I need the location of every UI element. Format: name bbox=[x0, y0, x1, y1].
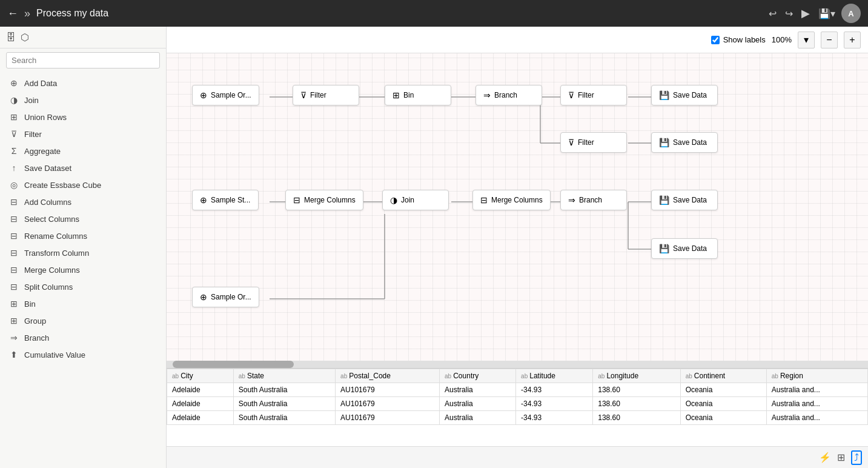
show-labels-checkbox[interactable] bbox=[711, 36, 720, 44]
table-cell: -34.93 bbox=[516, 383, 593, 397]
sidebar-item-filter[interactable]: ⊽Filter bbox=[0, 125, 166, 142]
table-grid-icon[interactable]: ⊞ bbox=[837, 452, 845, 463]
redo-button[interactable]: ↪ bbox=[785, 8, 793, 19]
node-icon-9: ⊟ bbox=[293, 195, 300, 205]
flow-node-13[interactable]: 💾Save Data bbox=[651, 190, 718, 210]
sidebar-item-merge-columns[interactable]: ⊟Merge Columns bbox=[0, 261, 166, 278]
sidebar-item-save-dataset[interactable]: ↑Save Dataset bbox=[0, 159, 166, 176]
flow-node-5[interactable]: 💾Save Data bbox=[651, 85, 718, 105]
sidebar-item-add-columns[interactable]: ⊟Add Columns bbox=[0, 193, 166, 210]
sidebar-icon-join: ◑ bbox=[8, 95, 19, 105]
flow-node-9[interactable]: ⊟Merge Columns bbox=[285, 190, 363, 210]
flow-node-12[interactable]: ⇒Branch bbox=[560, 190, 627, 210]
flow-node-15[interactable]: ⊕Sample Or... bbox=[192, 287, 259, 307]
table-cell: Australia bbox=[440, 411, 516, 425]
sidebar-label-group: Group bbox=[24, 316, 46, 326]
table-scroll[interactable]: abCityabStateabPostal_CodeabCountryabLat… bbox=[167, 369, 868, 446]
sidebar-item-add-data[interactable]: ⊕Add Data bbox=[0, 75, 166, 92]
table-cell: Australia bbox=[440, 397, 516, 411]
table-cell: 138.60 bbox=[593, 383, 680, 397]
sidebar-label-branch: Branch bbox=[24, 333, 49, 343]
sidebar-label-add-data: Add Data bbox=[24, 79, 57, 88]
sidebar-flow-icon[interactable]: ⬡ bbox=[21, 32, 29, 43]
table-row: AdelaideSouth AustraliaAU101679Australia… bbox=[167, 411, 868, 425]
sidebar-icon-merge-columns: ⊟ bbox=[8, 265, 19, 275]
undo-button[interactable]: ↩ bbox=[769, 8, 777, 19]
sidebar-item-select-columns[interactable]: ⊟Select Columns bbox=[0, 210, 166, 227]
table-lightning-icon[interactable]: ⚡ bbox=[819, 452, 831, 463]
canvas[interactable]: ⊕Sample Or...⊽Filter⊞Bin⇒Branch⊽Filter💾S… bbox=[167, 53, 868, 361]
sidebar-item-create-essbase[interactable]: ◎Create Essbase Cube bbox=[0, 176, 166, 193]
flow-node-0[interactable]: ⊕Sample Or... bbox=[192, 85, 259, 105]
flow-node-3[interactable]: ⇒Branch bbox=[475, 85, 542, 105]
sidebar-item-bin[interactable]: ⊞Bin bbox=[0, 295, 166, 312]
sidebar-item-split-columns[interactable]: ⊟Split Columns bbox=[0, 278, 166, 295]
table-cell: Oceania bbox=[680, 411, 766, 425]
table-cell: Adelaide bbox=[167, 411, 234, 425]
sidebar-item-aggregate[interactable]: ΣAggregate bbox=[0, 142, 166, 159]
col-type: ab bbox=[772, 373, 778, 379]
sidebar-label-split-columns: Split Columns bbox=[24, 282, 73, 292]
sidebar-item-cumulative-value[interactable]: ⬆Cumulative Value bbox=[0, 346, 166, 363]
node-icon-10: ◑ bbox=[390, 195, 397, 205]
flow-node-7[interactable]: 💾Save Data bbox=[651, 132, 718, 153]
canvas-area: Show labels 100% ▾ − + bbox=[167, 27, 868, 468]
col-type: ab bbox=[598, 373, 605, 379]
zoom-out-button[interactable]: − bbox=[821, 32, 838, 48]
sidebar-icon-add-data: ⊕ bbox=[8, 78, 19, 88]
sidebar-db-icon[interactable]: 🗄 bbox=[6, 32, 16, 43]
sidebar-item-join[interactable]: ◑Join bbox=[0, 92, 166, 109]
flow-node-11[interactable]: ⊟Merge Columns bbox=[472, 190, 551, 210]
table-cell: AU101679 bbox=[336, 397, 440, 411]
flow-node-8[interactable]: ⊕Sample St... bbox=[192, 190, 259, 210]
node-icon-13: 💾 bbox=[659, 195, 669, 205]
node-label-3: Branch bbox=[494, 91, 517, 99]
sidebar-item-branch[interactable]: ⇒Branch bbox=[0, 329, 166, 346]
flow-node-1[interactable]: ⊽Filter bbox=[293, 85, 359, 105]
col-type: ab bbox=[172, 373, 179, 379]
sidebar-icon-filter: ⊽ bbox=[8, 129, 19, 139]
sidebar-label-union-rows: Union Rows bbox=[24, 113, 67, 122]
flow-node-14[interactable]: 💾Save Data bbox=[651, 238, 718, 259]
sidebar-icon-group: ⊞ bbox=[8, 316, 19, 326]
node-icon-14: 💾 bbox=[659, 244, 669, 253]
data-table: abCityabStateabPostal_CodeabCountryabLat… bbox=[167, 369, 868, 425]
sidebar-item-union-rows[interactable]: ⊞Union Rows bbox=[0, 109, 166, 125]
table-cell: Adelaide bbox=[167, 397, 234, 411]
zoom-dropdown-button[interactable]: ▾ bbox=[798, 32, 815, 48]
node-label-5: Save Data bbox=[673, 91, 707, 99]
search-input[interactable] bbox=[6, 52, 160, 69]
flow-node-10[interactable]: ◑Join bbox=[382, 190, 449, 210]
back-button[interactable]: ← bbox=[7, 7, 18, 20]
sidebar-icon-save-dataset: ↑ bbox=[8, 163, 19, 173]
sidebar-search-container bbox=[0, 48, 166, 72]
sidebar-item-rename-columns[interactable]: ⊟Rename Columns bbox=[0, 227, 166, 244]
table-cell: AU101679 bbox=[336, 411, 440, 425]
sidebar-item-transform-column[interactable]: ⊟Transform Column bbox=[0, 244, 166, 261]
page-title: Process my data bbox=[36, 8, 763, 19]
flow-node-4[interactable]: ⊽Filter bbox=[560, 85, 627, 105]
table-share-icon[interactable]: ⤴ bbox=[851, 450, 862, 465]
avatar[interactable]: A bbox=[841, 4, 861, 23]
sidebar-item-group[interactable]: ⊞Group bbox=[0, 312, 166, 329]
node-icon-8: ⊕ bbox=[200, 195, 207, 205]
node-icon-12: ⇒ bbox=[568, 195, 575, 205]
col-header-state: abState bbox=[233, 369, 335, 383]
flow-node-6[interactable]: ⊽Filter bbox=[560, 132, 627, 153]
canvas-hscroll-thumb[interactable] bbox=[173, 361, 294, 368]
table-footer: ⚡ ⊞ ⤴ bbox=[167, 446, 868, 468]
sidebar-icon-union-rows: ⊞ bbox=[8, 112, 19, 122]
node-label-7: Save Data bbox=[673, 138, 707, 147]
play-button[interactable]: ▶ bbox=[801, 7, 810, 20]
save-button[interactable]: 💾▾ bbox=[818, 8, 835, 19]
col-header-region: abRegion bbox=[766, 369, 867, 383]
node-icon-6: ⊽ bbox=[568, 138, 574, 147]
flow-node-2[interactable]: ⊞Bin bbox=[385, 85, 451, 105]
zoom-in-button[interactable]: + bbox=[844, 32, 861, 48]
sidebar-icon-rename-columns: ⊟ bbox=[8, 231, 19, 241]
col-header-latitude: abLatitude bbox=[516, 369, 593, 383]
node-icon-7: 💾 bbox=[659, 138, 669, 147]
sidebar-icon-transform-column: ⊟ bbox=[8, 248, 19, 258]
canvas-hscrollbar[interactable] bbox=[167, 361, 868, 368]
node-label-2: Bin bbox=[403, 91, 414, 99]
